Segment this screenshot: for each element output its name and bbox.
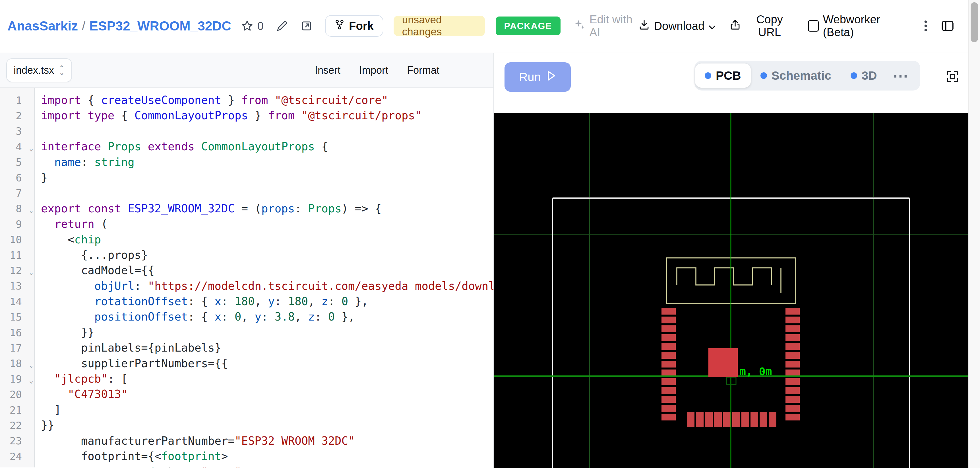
star-button[interactable]: 0: [241, 20, 264, 32]
smt-pad: [662, 369, 676, 376]
code-line[interactable]: 8⌄export const ESP32_WROOM_32DC = (props…: [0, 201, 493, 216]
code-line[interactable]: 16 }}: [0, 325, 493, 340]
fork-icon: [335, 19, 344, 33]
code-text: objUrl: "https://modelcdn.tscircuit.com/…: [35, 278, 493, 294]
code-text: }}: [35, 325, 94, 340]
code-line[interactable]: 25 <smtpad shape="rect": [0, 464, 493, 468]
code-text: pinLabels={pinLabels}: [35, 340, 221, 356]
code-text: <smtpad shape="rect": [35, 464, 241, 468]
copy-url-button[interactable]: Copy URL: [729, 13, 794, 39]
code-text: import type { CommonLayoutProps } from "…: [35, 108, 422, 123]
smt-pad: [687, 412, 694, 427]
scrollbar-thumb[interactable]: [970, 2, 978, 42]
code-line[interactable]: 20 "C473013": [0, 387, 493, 402]
code-line[interactable]: 3: [0, 123, 493, 139]
smt-pad: [769, 412, 776, 427]
line-number: 4⌄: [0, 141, 35, 153]
code-text: name: string: [35, 155, 135, 170]
smt-pad: [662, 414, 676, 420]
code-line[interactable]: 4⌄interface Props extends CommonLayoutPr…: [0, 139, 493, 154]
code-line[interactable]: 2import type { CommonLayoutProps } from …: [0, 108, 493, 123]
code-lines: 1import { createUseComponent } from "@ts…: [0, 93, 493, 468]
menu-import[interactable]: Import: [359, 64, 388, 76]
line-number: 15: [0, 311, 35, 323]
code-text: rotationOffset: { x: 180, y: 180, z: 0 }…: [35, 294, 368, 309]
fold-chevron-icon[interactable]: ⌄: [29, 361, 33, 369]
top-header: AnasSarkiz / ESP32_WROOM_32DC 0: [0, 0, 968, 53]
fold-chevron-icon[interactable]: ⌄: [29, 268, 33, 276]
star-icon[interactable]: [241, 20, 253, 32]
code-line[interactable]: 22}}: [0, 418, 493, 433]
code-line[interactable]: 15 positionOffset: { x: 0, y: 3.8, z: 0 …: [0, 309, 493, 324]
fullscreen-icon[interactable]: [945, 69, 959, 85]
tab-pcb[interactable]: PCB: [695, 64, 751, 88]
code-text: cadModel={{: [35, 263, 154, 278]
smt-pad: [696, 412, 703, 427]
code-line[interactable]: 12⌄ cadModel={{: [0, 263, 493, 278]
line-number: 14: [0, 296, 35, 307]
window-scrollbar[interactable]: [968, 0, 980, 468]
edit-pencil-button[interactable]: [276, 20, 288, 32]
sidebar-panel-toggle[interactable]: [941, 20, 954, 32]
smt-pad: [751, 412, 758, 427]
code-line[interactable]: 1import { createUseComponent } from "@ts…: [0, 93, 493, 108]
code-line[interactable]: 21 ]: [0, 402, 493, 418]
smt-pad: [705, 412, 713, 427]
code-line[interactable]: 11 {...props}: [0, 248, 493, 263]
line-number: 22: [0, 420, 35, 431]
header-right: Download Copy URL Webworker (Beta): [638, 13, 954, 39]
code-line[interactable]: 24 footprint={<footprint>: [0, 449, 493, 464]
code-line[interactable]: 5 name: string: [0, 155, 493, 170]
smt-pad: [662, 325, 676, 332]
webworker-checkbox[interactable]: [808, 20, 819, 32]
code-text: supplierPartNumbers={{: [35, 356, 228, 371]
code-line[interactable]: 19⌄ "jlcpcb": [: [0, 371, 493, 387]
menu-insert[interactable]: Insert: [315, 64, 340, 76]
pcb-canvas[interactable]: m, 0m: [494, 113, 968, 468]
download-button[interactable]: Download: [638, 19, 716, 33]
smt-pad: [723, 412, 731, 427]
smt-pad: [662, 379, 676, 385]
line-number: 10: [0, 234, 35, 245]
tab-3d[interactable]: 3D: [841, 69, 887, 83]
tab-dot-icon: [851, 72, 857, 79]
fold-chevron-icon[interactable]: ⌄: [29, 377, 33, 385]
preview-panel: Run PCBSchematic3D⋯ m, 0m: [494, 53, 968, 468]
smt-pad: [714, 412, 722, 427]
tab-schematic[interactable]: Schematic: [751, 69, 841, 83]
more-options-button[interactable]: [924, 20, 928, 32]
fold-chevron-icon[interactable]: ⌄: [29, 206, 33, 214]
code-area[interactable]: 1import { createUseComponent } from "@ts…: [0, 88, 493, 468]
line-number: 5: [0, 156, 35, 168]
file-selector[interactable]: index.tsx ⌃⌄: [6, 58, 72, 82]
code-line[interactable]: 13 objUrl: "https://modelcdn.tscircuit.c…: [0, 278, 493, 294]
file-name: index.tsx: [14, 64, 54, 76]
breadcrumb-repo-link[interactable]: ESP32_WROOM_32DC: [89, 18, 231, 34]
run-button[interactable]: Run: [504, 62, 571, 92]
cursor-coordinates-label: m, 0m: [740, 365, 772, 378]
line-number: 3: [0, 125, 35, 137]
line-number: 6: [0, 172, 35, 184]
tab-dot-icon: [760, 72, 767, 79]
breadcrumb-user-link[interactable]: AnasSarkiz: [7, 18, 78, 34]
edit-with-ai-button[interactable]: Edit with AI: [574, 13, 639, 39]
code-line[interactable]: 6}: [0, 170, 493, 185]
fold-chevron-icon[interactable]: ⌄: [29, 144, 33, 152]
code-line[interactable]: 10 <chip: [0, 232, 493, 248]
code-line[interactable]: 18⌄ supplierPartNumbers={{: [0, 356, 493, 371]
code-line[interactable]: 14 rotationOffset: { x: 180, y: 180, z: …: [0, 294, 493, 309]
smt-pad: [662, 387, 676, 394]
smt-pad: [786, 334, 800, 341]
webworker-toggle[interactable]: Webworker (Beta): [808, 13, 910, 39]
code-line[interactable]: 7: [0, 185, 493, 201]
open-external-button[interactable]: [301, 20, 313, 32]
fork-button[interactable]: Fork: [325, 15, 383, 37]
code-line[interactable]: 23 manufacturerPartNumber="ESP32_WROOM_3…: [0, 433, 493, 449]
line-number: 2: [0, 110, 35, 121]
code-line[interactable]: 9 return (: [0, 216, 493, 232]
code-line[interactable]: 17 pinLabels={pinLabels}: [0, 340, 493, 356]
tabs-more-button[interactable]: ⋯: [887, 70, 915, 81]
menu-format[interactable]: Format: [407, 64, 439, 76]
line-number: 23: [0, 435, 35, 447]
breadcrumb-separator: /: [82, 19, 85, 33]
